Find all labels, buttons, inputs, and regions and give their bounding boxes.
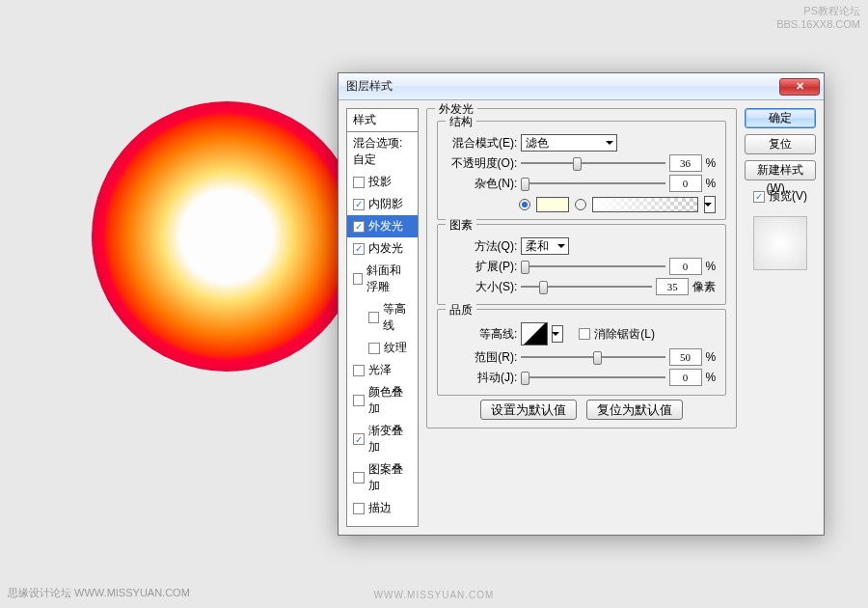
style-label: 光泽	[368, 362, 392, 378]
noise-value[interactable]: 0	[669, 175, 702, 192]
style-checkbox[interactable]	[353, 365, 365, 376]
blend-mode-select[interactable]: 滤色	[521, 134, 617, 152]
style-item-3[interactable]: 外发光	[347, 215, 418, 237]
opacity-slider[interactable]	[521, 156, 665, 170]
style-checkbox[interactable]	[353, 199, 365, 210]
size-value[interactable]: 35	[656, 278, 689, 295]
method-label: 方法(Q):	[448, 238, 517, 255]
reset-button[interactable]: 复位	[745, 134, 816, 154]
new-style-button[interactable]: 新建样式(W)...	[745, 160, 816, 180]
elements-box: 图素 方法(Q): 柔和 扩展(P): 0 % 大小(S): 35	[437, 224, 726, 305]
gradient-swatch[interactable]	[592, 197, 698, 212]
range-label: 范围(R):	[448, 349, 517, 366]
noise-slider[interactable]	[521, 177, 665, 190]
spread-value[interactable]: 0	[669, 258, 702, 275]
style-item-1[interactable]: 投影	[347, 171, 418, 193]
range-slider[interactable]	[521, 350, 665, 364]
jitter-value[interactable]: 0	[669, 369, 702, 386]
method-select[interactable]: 柔和	[521, 237, 569, 255]
jitter-slider[interactable]	[521, 371, 665, 384]
size-label: 大小(S):	[448, 279, 517, 295]
style-label: 等高线	[383, 301, 413, 334]
style-item-6[interactable]: 等高线	[347, 298, 418, 337]
style-checkbox[interactable]	[353, 177, 365, 188]
set-default-button[interactable]: 设置为默认值	[480, 400, 577, 420]
contour-picker[interactable]	[521, 322, 548, 345]
style-label: 内发光	[368, 240, 403, 257]
style-checkbox[interactable]	[353, 273, 363, 285]
background-gradient-circle	[92, 101, 362, 372]
dialog-title: 图层样式	[346, 78, 779, 95]
style-checkbox[interactable]	[353, 221, 365, 233]
style-checkbox[interactable]	[368, 312, 379, 323]
style-item-4[interactable]: 内发光	[347, 237, 418, 260]
contour-dropdown[interactable]	[552, 325, 563, 343]
color-radio[interactable]	[519, 199, 530, 210]
watermark-top: PS教程论坛 BBS.16XX8.COM	[776, 4, 860, 31]
style-checkbox[interactable]	[368, 343, 380, 354]
layer-style-dialog: 图层样式 ✕ 样式 混合选项:自定投影内阴影外发光内发光斜面和浮雕等高线纹理光泽…	[338, 72, 825, 536]
style-item-11[interactable]: 图案叠加	[347, 458, 418, 497]
watermark-bottom-left: 思缘设计论坛 WWW.MISSYUAN.COM	[8, 586, 190, 600]
spread-label: 扩展(P):	[448, 259, 517, 275]
gradient-radio[interactable]	[575, 199, 586, 210]
noise-label: 杂色(N):	[448, 176, 517, 192]
style-item-2[interactable]: 内阴影	[347, 193, 418, 215]
style-item-8[interactable]: 光泽	[347, 359, 418, 381]
style-label: 外发光	[368, 218, 403, 235]
style-label: 混合选项:自定	[353, 135, 412, 168]
style-checkbox[interactable]	[353, 243, 365, 255]
style-item-5[interactable]: 斜面和浮雕	[347, 260, 418, 298]
style-item-7[interactable]: 纹理	[347, 337, 418, 359]
gradient-dropdown[interactable]	[704, 196, 716, 213]
structure-box: 结构 混合模式(E): 滤色 不透明度(O): 36 % 杂色(N):	[437, 121, 726, 220]
size-slider[interactable]	[521, 280, 652, 293]
preview-checkbox[interactable]	[753, 191, 765, 203]
style-label: 纹理	[384, 340, 407, 356]
style-item-12[interactable]: 描边	[347, 497, 418, 519]
blend-mode-label: 混合模式(E):	[448, 135, 517, 152]
style-checkbox[interactable]	[353, 433, 365, 445]
watermark-bottom-center: WWW.MISSYUAN.COM	[374, 590, 495, 600]
antialias-label: 消除锯齿(L)	[594, 326, 655, 343]
styles-header[interactable]: 样式	[346, 108, 419, 132]
style-label: 渐变叠加	[368, 423, 413, 456]
style-checkbox[interactable]	[353, 503, 365, 514]
style-checkbox[interactable]	[353, 472, 365, 484]
contour-label: 等高线:	[448, 326, 517, 343]
style-label: 描边	[368, 500, 392, 516]
titlebar[interactable]: 图层样式 ✕	[339, 73, 824, 100]
style-checkbox[interactable]	[353, 395, 365, 406]
style-item-0[interactable]: 混合选项:自定	[347, 132, 418, 171]
outer-glow-group: 外发光 结构 混合模式(E): 滤色 不透明度(O): 36 % 杂色(N):	[426, 108, 737, 428]
style-item-10[interactable]: 渐变叠加	[347, 420, 418, 458]
antialias-checkbox[interactable]	[579, 328, 590, 340]
color-swatch[interactable]	[536, 197, 569, 212]
jitter-label: 抖动(J):	[448, 370, 517, 386]
opacity-label: 不透明度(O):	[448, 155, 517, 172]
style-label: 颜色叠加	[368, 384, 413, 417]
opacity-value[interactable]: 36	[669, 154, 702, 172]
close-button[interactable]: ✕	[779, 78, 820, 96]
style-label: 内阴影	[368, 196, 403, 212]
ok-button[interactable]: 确定	[745, 108, 816, 128]
range-value[interactable]: 50	[669, 348, 702, 366]
reset-default-button[interactable]: 复位为默认值	[586, 400, 683, 420]
style-label: 斜面和浮雕	[366, 263, 412, 295]
quality-box: 品质 等高线: 消除锯齿(L) 范围(R): 50 %	[437, 309, 726, 396]
preview-thumbnail	[753, 216, 807, 270]
style-label: 图案叠加	[368, 461, 413, 494]
styles-list: 混合选项:自定投影内阴影外发光内发光斜面和浮雕等高线纹理光泽颜色叠加渐变叠加图案…	[346, 132, 419, 527]
style-label: 投影	[368, 174, 392, 190]
preview-label: 预览(V)	[769, 188, 807, 205]
style-item-9[interactable]: 颜色叠加	[347, 381, 418, 420]
spread-slider[interactable]	[521, 260, 665, 273]
